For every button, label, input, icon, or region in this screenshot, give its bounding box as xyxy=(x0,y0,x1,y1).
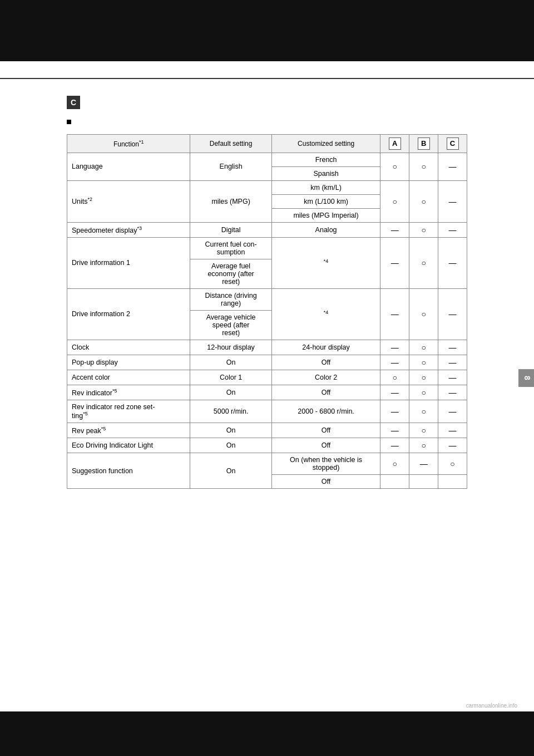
b-units: ○ xyxy=(409,180,438,222)
c-accent-color: — xyxy=(438,370,467,385)
a-popup: — xyxy=(380,355,409,370)
table-row: Clock 12-hour display 24-hour display — … xyxy=(67,340,467,355)
function-drive-info-1: Drive information 1 xyxy=(67,237,190,288)
b-language: ○ xyxy=(409,153,438,180)
b-rev-peak: ○ xyxy=(409,423,438,438)
default-rev-peak: On xyxy=(190,423,271,438)
sidebar-tab: 8 xyxy=(518,369,534,387)
c-clock: — xyxy=(438,340,467,355)
default-suggestion: On xyxy=(190,453,271,489)
customized-spanish: Spanish xyxy=(271,166,380,180)
b-accent-color: ○ xyxy=(409,370,438,385)
customized-rev-indicator: Off xyxy=(271,385,380,400)
function-eco-driving: Eco Driving Indicator Light xyxy=(67,438,190,453)
a-suggestion-1: ○ xyxy=(380,453,409,475)
function-suggestion: Suggestion function xyxy=(67,453,190,489)
default-eco-driving: On xyxy=(190,438,271,453)
default-units: miles (MPG) xyxy=(190,180,271,222)
default-accent-color: Color 1 xyxy=(190,370,271,385)
function-units: Units*2 xyxy=(67,180,190,222)
default-rev-indicator: On xyxy=(190,385,271,400)
c-speedometer: — xyxy=(438,222,467,237)
b-suggestion-2 xyxy=(409,475,438,489)
customized-accent-color: Color 2 xyxy=(271,370,380,385)
default-drive-info-1a: Current fuel con-sumption xyxy=(190,237,271,259)
c-eco-driving: — xyxy=(438,438,467,453)
default-drive-info-2b: Average vehiclespeed (afterreset) xyxy=(190,310,271,340)
table-row: Drive information 2 Distance (drivingran… xyxy=(67,288,467,310)
th-col-b: B xyxy=(409,134,438,153)
a-units: ○ xyxy=(380,180,409,222)
b-rev-indicator: ○ xyxy=(409,385,438,400)
c-drive-info-1: — xyxy=(438,237,467,288)
default-drive-info-1b: Average fueleconomy (afterreset) xyxy=(190,259,271,288)
a-eco-driving: — xyxy=(380,438,409,453)
section-label: C xyxy=(67,96,80,109)
customized-km-l100km: km (L/100 km) xyxy=(271,194,380,208)
a-rev-indicator-red-zone: — xyxy=(380,400,409,423)
function-language: Language xyxy=(67,153,190,180)
c-suggestion-1: ○ xyxy=(438,453,467,475)
b-eco-driving: ○ xyxy=(409,438,438,453)
customized-suggestion-b: Off xyxy=(271,475,380,489)
default-clock: 12-hour display xyxy=(190,340,271,355)
b-drive-info-1: ○ xyxy=(409,237,438,288)
a-clock: — xyxy=(380,340,409,355)
col-a-box: A xyxy=(389,138,401,150)
th-function: Function*1 xyxy=(67,134,190,153)
c-drive-info-2: — xyxy=(438,288,467,340)
col-c-box: C xyxy=(447,138,459,150)
b-popup: ○ xyxy=(409,355,438,370)
a-language: ○ xyxy=(380,153,409,180)
page-container: C Function*1 Default setting Customized … xyxy=(0,0,534,756)
table-row: Rev indicator*5 On Off — ○ — xyxy=(67,385,467,400)
a-speedometer: — xyxy=(380,222,409,237)
c-rev-indicator: — xyxy=(438,385,467,400)
a-drive-info-1: — xyxy=(380,237,409,288)
customized-french: French xyxy=(271,153,380,166)
main-table: Function*1 Default setting Customized se… xyxy=(67,134,467,489)
c-popup: — xyxy=(438,355,467,370)
table-row: Suggestion function On On (when the vehi… xyxy=(67,453,467,475)
function-rev-indicator: Rev indicator*5 xyxy=(67,385,190,400)
th-customized: Customized setting xyxy=(271,134,380,153)
table-row: Accent color Color 1 Color 2 ○ ○ — xyxy=(67,370,467,385)
table-row: Eco Driving Indicator Light On Off — ○ — xyxy=(67,438,467,453)
black-square-icon xyxy=(67,120,71,124)
a-accent-color: ○ xyxy=(380,370,409,385)
a-drive-info-2: — xyxy=(380,288,409,340)
th-col-a: A xyxy=(380,134,409,153)
default-drive-info-2a: Distance (drivingrange) xyxy=(190,288,271,310)
b-rev-indicator-red-zone: ○ xyxy=(409,400,438,423)
th-col-c: C xyxy=(438,134,467,153)
table-row: Rev indicator red zone set-ting*5 5000 r… xyxy=(67,400,467,423)
customized-speedometer: Analog xyxy=(271,222,380,237)
a-rev-peak: — xyxy=(380,423,409,438)
default-popup: On xyxy=(190,355,271,370)
customized-km-kml: km (km/L) xyxy=(271,180,380,194)
watermark: carmanualonline.info xyxy=(466,703,517,709)
default-language: English xyxy=(190,153,271,180)
default-rev-indicator-red-zone: 5000 r/min. xyxy=(190,400,271,423)
customized-clock: 24-hour display xyxy=(271,340,380,355)
function-accent-color: Accent color xyxy=(67,370,190,385)
c-suggestion-2 xyxy=(438,475,467,489)
table-row: Units*2 miles (MPG) km (km/L) ○ ○ — xyxy=(67,180,467,194)
b-speedometer: ○ xyxy=(409,222,438,237)
col-b-box: B xyxy=(418,138,430,150)
table-header-row: Function*1 Default setting Customized se… xyxy=(67,134,467,153)
c-rev-indicator-red-zone: — xyxy=(438,400,467,423)
b-clock: ○ xyxy=(409,340,438,355)
function-drive-info-2: Drive information 2 xyxy=(67,288,190,340)
top-black-bar xyxy=(0,0,534,61)
customized-suggestion-a: On (when the vehicle isstopped) xyxy=(271,453,380,475)
customized-popup: Off xyxy=(271,355,380,370)
bottom-black-bar xyxy=(0,711,534,756)
function-rev-indicator-red-zone: Rev indicator red zone set-ting*5 xyxy=(67,400,190,423)
table-row: Language English French ○ ○ — xyxy=(67,153,467,166)
b-drive-info-2: ○ xyxy=(409,288,438,340)
c-units: — xyxy=(438,180,467,222)
section-intro xyxy=(67,119,467,129)
a-rev-indicator: — xyxy=(380,385,409,400)
customized-drive-info-1: *4 xyxy=(271,237,380,288)
